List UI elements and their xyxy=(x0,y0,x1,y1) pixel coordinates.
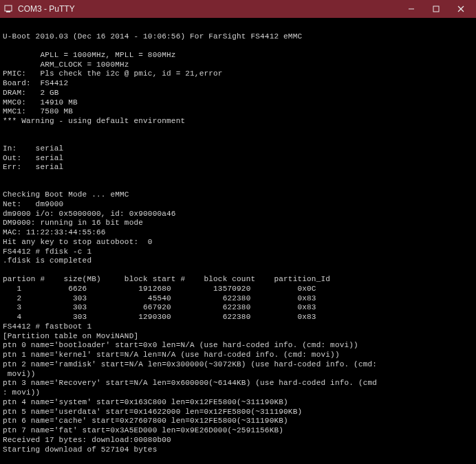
terminal-line: *** Warning - using default environment xyxy=(3,117,473,126)
terminal-line xyxy=(3,454,473,463)
terminal-line xyxy=(3,23,473,32)
terminal-line: Net: dm9000 xyxy=(3,200,473,210)
terminal-line: DRAM: 2 GB xyxy=(3,89,473,98)
window-title: COM3 - PuTTY xyxy=(18,4,399,14)
terminal-line: DM9000: running in 16 bit mode xyxy=(3,219,473,228)
svg-rect-1 xyxy=(6,11,10,12)
terminal-line xyxy=(3,266,473,275)
terminal-line: 3 303 667920 622380 0x83 xyxy=(3,303,473,313)
terminal-line: Received 17 bytes: download:00080b00 xyxy=(3,436,473,445)
terminal-line: movi)) xyxy=(3,370,473,379)
terminal-line: MMC0: 14910 MB xyxy=(3,98,473,108)
terminal-line xyxy=(3,181,473,190)
terminal-line: 2 303 45540 622380 0x83 xyxy=(3,294,473,304)
terminal-line: [Partition table on MoviNAND] xyxy=(3,332,473,342)
maximize-button[interactable] xyxy=(424,0,448,18)
terminal-line: FS4412 # fdisk -c 1 xyxy=(3,247,473,257)
terminal-line: MMC1: 7580 MB xyxy=(3,107,473,117)
terminal-line: dm9000 i/o: 0x5000000, id: 0x90000a46 xyxy=(3,210,473,219)
terminal-line: ptn 0 name='bootloader' start=0x0 len=N/… xyxy=(3,341,473,351)
minimize-button[interactable] xyxy=(399,0,424,18)
terminal-output[interactable]: U-Boot 2010.03 (Dec 16 2014 - 10:06:56) … xyxy=(0,18,476,464)
terminal-line: ptn 5 name='userdata' start=0x14622000 l… xyxy=(3,408,473,417)
terminal-line: partion # size(MB) block start # block c… xyxy=(3,275,473,285)
terminal-line: .fdisk is completed xyxy=(3,256,473,266)
terminal-line xyxy=(3,42,473,51)
close-button[interactable] xyxy=(448,0,473,18)
terminal-line: Board: FS4412 xyxy=(3,79,473,89)
terminal-line: MAC: 11:22:33:44:55:66 xyxy=(3,228,473,238)
putty-icon xyxy=(3,3,14,14)
terminal-line xyxy=(3,135,473,144)
terminal-line: 1 6626 1912680 13570920 0x0C xyxy=(3,285,473,294)
terminal-line: : movi)) xyxy=(3,388,473,398)
terminal-line: Out: serial xyxy=(3,154,473,164)
terminal-line: ptn 4 name='system' start=0x163C800 len=… xyxy=(3,398,473,408)
svg-rect-0 xyxy=(5,5,12,11)
terminal-line: U-Boot 2010.03 (Dec 16 2014 - 10:06:56) … xyxy=(3,32,473,42)
terminal-line: 4 303 1290300 622380 0x83 xyxy=(3,313,473,322)
terminal-line: Checking Boot Mode ... eMMC xyxy=(3,190,473,200)
window-controls xyxy=(399,0,473,18)
terminal-line: Err: serial xyxy=(3,163,473,173)
terminal-line: FS4412 # fastboot 1 xyxy=(3,322,473,332)
terminal-line: ptn 7 name='fat' start=0x3A5ED000 len=0x… xyxy=(3,426,473,436)
terminal-line: ptn 2 name='ramdisk' start=N/A len=0x300… xyxy=(3,360,473,370)
terminal-line: ptn 6 name='cache' start=0x27607800 len=… xyxy=(3,417,473,426)
terminal-line: Hit any key to stop autoboot: 0 xyxy=(3,238,473,247)
terminal-line: PMIC: Pls check the i2c @ pmic, id = 21,… xyxy=(3,69,473,79)
terminal-line: ptn 3 name='Recovery' start=N/A len=0x60… xyxy=(3,379,473,388)
terminal-line: ptn 1 name='kernel' start=N/A len=N/A (u… xyxy=(3,351,473,360)
terminal-line: APLL = 1000MHz, MPLL = 800MHz xyxy=(3,51,473,60)
terminal-line xyxy=(3,173,473,181)
titlebar: COM3 - PuTTY xyxy=(0,0,476,18)
svg-rect-3 xyxy=(433,6,439,12)
terminal-line: Starting download of 527104 bytes xyxy=(3,445,473,455)
terminal-line xyxy=(3,126,473,135)
terminal-line: In: serial xyxy=(3,144,473,154)
terminal-line: ARM_CLOCK = 1000MHz xyxy=(3,60,473,70)
